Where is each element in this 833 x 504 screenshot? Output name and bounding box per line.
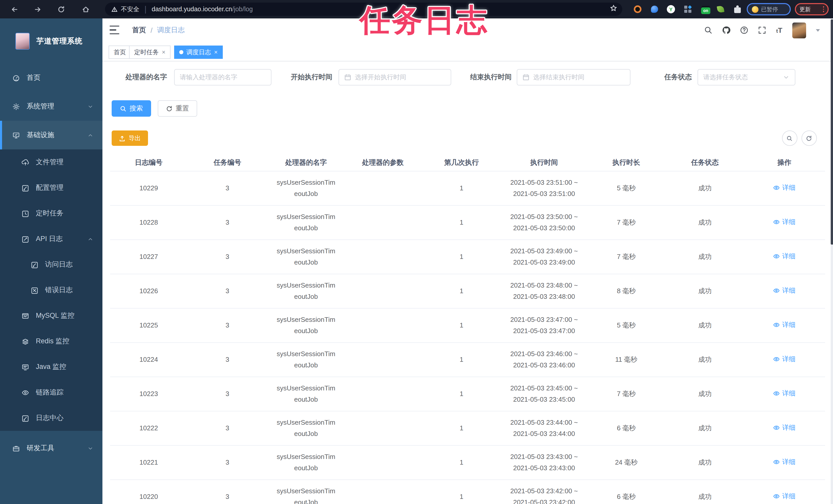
breadcrumb-home[interactable]: 首页	[132, 26, 146, 35]
detail-link[interactable]: 详细	[773, 457, 795, 467]
browser-back-icon[interactable]	[9, 4, 20, 15]
sidebar-item-label: 首页	[27, 73, 41, 82]
sidebar-logo-row[interactable]: 芋道管理系统	[0, 19, 102, 64]
detail-link[interactable]: 详细	[773, 252, 795, 261]
cell-duration: 24 毫秒	[586, 445, 666, 479]
sidebar-item-mysql-monitor[interactable]: MySQL 监控	[0, 303, 102, 328]
paused-badge[interactable]: 已暂停	[747, 3, 791, 15]
help-icon[interactable]	[740, 26, 748, 34]
main-area: 首页 / 调度日志 tT 首页	[102, 19, 833, 504]
sidebar-item-error-log[interactable]: 错误日志	[0, 277, 102, 303]
detail-link[interactable]: 详细	[773, 183, 795, 193]
cell-task-id: 3	[187, 342, 268, 377]
search-icon	[786, 135, 793, 142]
refresh-table-button[interactable]	[801, 130, 817, 146]
detail-link[interactable]: 详细	[773, 389, 795, 398]
browser-forward-icon[interactable]	[32, 4, 43, 15]
reset-button[interactable]: 重置	[158, 100, 197, 117]
table-row: 10221 3 sysUserSessionTimeoutJob 1 2021-…	[110, 445, 825, 479]
toolbox-icon	[12, 445, 20, 452]
calendar-icon	[522, 74, 529, 81]
cell-log-id: 10226	[110, 274, 187, 308]
start-time-input[interactable]: 选择开始执行时间	[338, 69, 451, 85]
github-icon[interactable]	[722, 26, 731, 34]
sidebar-item-system-mgmt[interactable]: 系统管理	[0, 92, 102, 121]
sidebar-item-config-mgmt[interactable]: 配置管理	[0, 175, 102, 201]
browser-home-icon[interactable]	[80, 4, 91, 15]
search-icon[interactable]	[705, 26, 713, 34]
sidebar-item-label: Java 监控	[36, 362, 66, 372]
eye-icon	[773, 219, 780, 226]
eye-icon	[773, 253, 780, 260]
cell-handler: sysUserSessionTimeoutJob	[267, 274, 345, 308]
extension-grid-icon[interactable]	[684, 6, 691, 13]
detail-link[interactable]: 详细	[773, 355, 795, 364]
tab-job-log[interactable]: 调度日志 ×	[174, 46, 223, 59]
sidebar-item-dev-tools[interactable]: 研发工具	[0, 434, 102, 462]
update-badge[interactable]: 更新	[795, 3, 829, 15]
sidebar-item-access-log[interactable]: 访问日志	[0, 252, 102, 277]
bookmark-star-icon[interactable]	[610, 5, 617, 14]
cell-handler: sysUserSessionTimeoutJob	[267, 342, 345, 377]
tab-home[interactable]: 首页	[109, 46, 131, 59]
sidebar-item-java-monitor[interactable]: Java 监控	[0, 354, 102, 380]
detail-link[interactable]: 详细	[773, 423, 795, 432]
export-button[interactable]: 导出	[112, 130, 148, 146]
column-header: 任务编号	[187, 155, 268, 171]
eye-icon	[773, 287, 780, 294]
search-button[interactable]: 搜索	[112, 100, 151, 117]
sidebar-toggle-icon[interactable]	[110, 26, 119, 34]
sidebar-item-api-log[interactable]: API 日志	[0, 226, 102, 252]
sidebar-item-redis-monitor[interactable]: Redis 监控	[0, 328, 102, 354]
cell-log-id: 10228	[110, 205, 187, 240]
cell-duration: 5 毫秒	[586, 171, 666, 205]
browser-reload-icon[interactable]	[55, 4, 67, 15]
input-placeholder: 选择开始执行时间	[355, 73, 406, 82]
extension-on-icon[interactable]: on	[701, 7, 710, 14]
button-label: 导出	[128, 134, 141, 143]
cell-param	[345, 308, 421, 342]
sidebar-item-home[interactable]: 首页	[0, 64, 102, 92]
extension-y-icon[interactable]: Y	[667, 5, 675, 13]
browser-menu-icon[interactable]	[823, 6, 824, 12]
extension-orange-icon[interactable]	[634, 5, 641, 13]
task-status-select[interactable]: 请选择任务状态	[697, 69, 795, 85]
cell-time: 2021-05-03 23:44:00 ~2021-05-03 23:44:00	[502, 411, 586, 445]
end-time-input[interactable]: 选择结束执行时间	[517, 69, 630, 85]
update-badge-label: 更新	[800, 5, 811, 13]
cell-action: 详细	[744, 377, 825, 411]
sidebar-item-log-center[interactable]: 日志中心	[0, 405, 102, 431]
sidebar-item-trace[interactable]: 链路追踪	[0, 380, 102, 405]
sidebar-item-infrastructure[interactable]: 基础设施	[0, 121, 102, 149]
toggle-search-button[interactable]	[782, 130, 797, 146]
extensions-puzzle-icon[interactable]	[734, 7, 741, 13]
cell-param	[345, 205, 421, 240]
extension-blue-icon[interactable]	[651, 6, 658, 13]
task-status-label: 任务状态	[663, 73, 692, 82]
scrollbar[interactable]	[830, 19, 833, 504]
detail-link[interactable]: 详细	[773, 286, 795, 295]
eye-icon	[773, 356, 780, 363]
detail-link[interactable]: 详细	[773, 320, 795, 329]
extension-leaf-icon[interactable]	[717, 5, 724, 13]
text-size-icon[interactable]: tT	[776, 26, 782, 34]
user-caret-icon[interactable]	[815, 29, 820, 31]
sidebar-item-scheduled-jobs[interactable]: 定时任务	[0, 201, 102, 226]
detail-link[interactable]: 详细	[773, 492, 795, 501]
fullscreen-icon[interactable]	[758, 26, 766, 34]
filter-form: 处理器的名字 请输入处理器的名字 开始执行时间 选择开始执行时间 结束执行时间 …	[115, 69, 795, 85]
cell-handler: sysUserSessionTimeoutJob	[267, 445, 345, 479]
cell-time: 2021-05-03 23:46:00 ~2021-05-03 23:46:00	[502, 342, 586, 377]
cell-task-id: 3	[187, 411, 268, 445]
paused-badge-label: 已暂停	[761, 5, 778, 13]
user-avatar[interactable]	[792, 22, 806, 38]
tab-close-icon[interactable]: ×	[214, 49, 218, 56]
scrollbar-thumb[interactable]	[830, 20, 833, 245]
handler-name-input[interactable]: 请输入处理器的名字	[174, 69, 271, 85]
tab-close-icon[interactable]: ×	[162, 49, 165, 56]
chevron-down-icon	[88, 446, 93, 451]
sidebar-item-file-mgmt[interactable]: 文件管理	[0, 149, 102, 175]
detail-link[interactable]: 详细	[773, 218, 795, 227]
table-row: 10224 3 sysUserSessionTimeoutJob 1 2021-…	[110, 342, 825, 377]
tab-scheduled-jobs[interactable]: 定时任务 ×	[129, 46, 170, 59]
